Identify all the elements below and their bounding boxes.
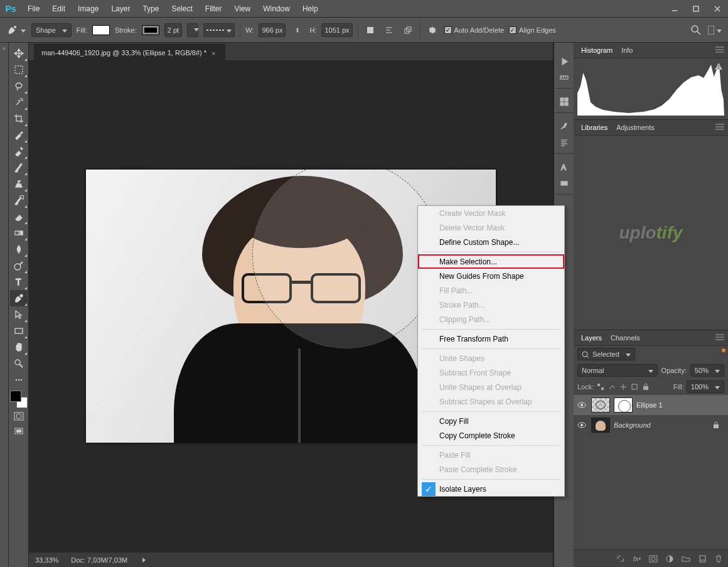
visibility-icon[interactable]: [576, 419, 587, 431]
link-wh-icon[interactable]: [291, 23, 304, 37]
opacity-input[interactable]: 50%: [690, 364, 724, 377]
layer-fill-input[interactable]: 100%: [687, 381, 724, 393]
path-alignment-icon[interactable]: [382, 23, 396, 37]
histogram-warning-icon[interactable]: [714, 62, 723, 71]
quick-mask-button[interactable]: [10, 409, 28, 423]
eraser-tool[interactable]: [10, 208, 28, 225]
layer-row-ellipse[interactable]: Ellipse 1: [574, 395, 728, 415]
pen-tool[interactable]: [10, 290, 28, 306]
type-tool[interactable]: T: [10, 274, 28, 290]
marquee-tool[interactable]: [10, 62, 28, 78]
stroke-type-select[interactable]: [203, 23, 235, 37]
visibility-icon[interactable]: [576, 399, 587, 411]
lock-all-icon[interactable]: [641, 382, 650, 391]
rectangle-tool[interactable]: [10, 323, 28, 339]
adjustments-tab[interactable]: Adjustments: [616, 124, 655, 131]
layer-filter-select[interactable]: Selected: [577, 348, 635, 360]
context-menu-item[interactable]: Define Custom Shape...: [418, 235, 564, 249]
layer-row-background[interactable]: Background: [574, 415, 728, 435]
path-operations-icon[interactable]: [363, 23, 377, 37]
height-input[interactable]: 1051 px: [321, 23, 352, 37]
menu-filter[interactable]: Filter: [199, 0, 228, 17]
ellipse-path-outline[interactable]: [252, 170, 441, 348]
context-menu-item[interactable]: Copy Fill: [418, 414, 564, 428]
context-menu-item[interactable]: Isolate Layers✓: [418, 482, 564, 496]
info-tab[interactable]: Info: [621, 46, 633, 54]
layer-mask-icon[interactable]: [649, 554, 658, 563]
screen-mode-button[interactable]: [10, 424, 28, 438]
active-tool-icon[interactable]: [6, 23, 26, 38]
menu-file[interactable]: File: [21, 0, 46, 17]
gear-icon[interactable]: [426, 23, 439, 37]
menu-type[interactable]: Type: [136, 0, 165, 17]
ruler-icon[interactable]: [557, 70, 572, 84]
dodge-tool[interactable]: [10, 257, 28, 274]
stroke-width-input[interactable]: 2 pt: [164, 23, 182, 37]
layer-thumbnail[interactable]: [591, 418, 610, 433]
tool-mode-select[interactable]: Shape: [31, 23, 72, 37]
healing-brush-tool[interactable]: [10, 143, 28, 159]
tab-close-icon[interactable]: ×: [211, 50, 218, 56]
menu-image[interactable]: Image: [72, 0, 105, 17]
edit-toolbar-button[interactable]: [10, 373, 28, 387]
menu-select[interactable]: Select: [165, 0, 198, 17]
layer-style-icon[interactable]: fx▾: [633, 554, 641, 563]
eyedropper-tool[interactable]: [10, 127, 28, 143]
new-layer-icon[interactable]: [698, 554, 707, 563]
styles-icon[interactable]: [557, 176, 572, 190]
group-icon[interactable]: [682, 554, 690, 563]
minimize-button[interactable]: [664, 0, 685, 17]
delete-layer-icon[interactable]: [714, 554, 723, 563]
histogram-tab[interactable]: Histogram: [581, 46, 613, 54]
paragraph-icon[interactable]: [557, 136, 572, 149]
layer-mask-thumbnail[interactable]: [614, 397, 633, 413]
gradient-tool[interactable]: [10, 225, 28, 241]
clone-stamp-tool[interactable]: [10, 176, 28, 192]
menu-edit[interactable]: Edit: [46, 0, 72, 17]
fill-swatch[interactable]: [92, 25, 110, 35]
zoom-tool[interactable]: [10, 355, 28, 372]
context-menu-item[interactable]: Make Selection...: [418, 254, 564, 269]
history-brush-tool[interactable]: [10, 192, 28, 208]
status-flyout-icon[interactable]: [140, 556, 146, 564]
layer-name[interactable]: Background: [614, 421, 651, 429]
auto-add-delete-checkbox[interactable]: ✓Auto Add/Delete: [444, 26, 505, 34]
move-tool[interactable]: [10, 45, 28, 62]
magic-wand-tool[interactable]: [10, 94, 28, 111]
close-button[interactable]: [707, 0, 728, 17]
search-icon[interactable]: [689, 23, 703, 37]
brush-tool[interactable]: [10, 159, 28, 176]
context-menu-item[interactable]: New Guides From Shape: [418, 269, 564, 283]
lasso-tool[interactable]: [10, 78, 28, 94]
panel-menu-icon[interactable]: [715, 334, 724, 340]
color-swatches[interactable]: [10, 391, 28, 408]
lock-position-icon[interactable]: [619, 382, 628, 391]
menu-layer[interactable]: Layer: [105, 0, 136, 17]
context-menu-item[interactable]: Copy Complete Stroke: [418, 428, 564, 443]
channels-tab[interactable]: Channels: [611, 334, 640, 342]
character-icon[interactable]: A: [557, 160, 572, 174]
lock-transparency-icon[interactable]: [596, 382, 605, 391]
context-menu-item[interactable]: Free Transform Path: [418, 332, 564, 346]
play-icon[interactable]: [557, 54, 572, 68]
panel-menu-icon[interactable]: [715, 124, 724, 130]
panel-menu-icon[interactable]: [715, 46, 724, 53]
panel-collapse-left[interactable]: »: [0, 43, 9, 567]
libraries-tab[interactable]: Libraries: [581, 124, 608, 131]
layers-tab[interactable]: Layers: [581, 334, 602, 342]
document-tab[interactable]: man-449406_1920.jpg @ 33,3% (Ellipse 1, …: [34, 44, 225, 60]
swatches-icon[interactable]: [557, 95, 572, 109]
stroke-options-dropdown[interactable]: [187, 23, 198, 37]
menu-window[interactable]: Window: [257, 0, 296, 17]
path-selection-tool[interactable]: [10, 306, 28, 323]
hand-tool[interactable]: [10, 339, 28, 355]
zoom-readout[interactable]: 33,33%: [35, 556, 58, 564]
menu-view[interactable]: View: [228, 0, 257, 17]
doc-size-readout[interactable]: Doc: 7,03M/7,03M: [71, 556, 127, 564]
align-edges-checkbox[interactable]: ✓Align Edges: [509, 26, 556, 34]
adjustment-layer-icon[interactable]: [665, 554, 674, 563]
layer-thumbnail[interactable]: [591, 397, 610, 413]
maximize-button[interactable]: [685, 0, 707, 17]
menu-help[interactable]: Help: [296, 0, 324, 17]
layer-name[interactable]: Ellipse 1: [636, 401, 663, 409]
